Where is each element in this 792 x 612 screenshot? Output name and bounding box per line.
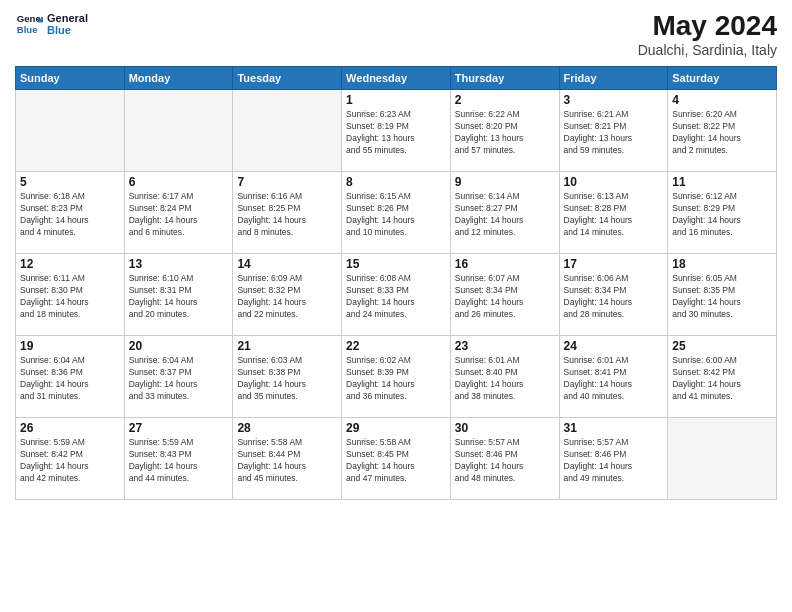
calendar-cell: 5Sunrise: 6:18 AM Sunset: 8:23 PM Daylig… [16,172,125,254]
cell-info: Sunrise: 6:21 AM Sunset: 8:21 PM Dayligh… [564,109,664,157]
calendar-cell: 31Sunrise: 5:57 AM Sunset: 8:46 PM Dayli… [559,418,668,500]
logo-line1: General [47,12,88,24]
cell-info: Sunrise: 5:59 AM Sunset: 8:42 PM Dayligh… [20,437,120,485]
calendar-cell: 21Sunrise: 6:03 AM Sunset: 8:38 PM Dayli… [233,336,342,418]
calendar-cell: 19Sunrise: 6:04 AM Sunset: 8:36 PM Dayli… [16,336,125,418]
cell-info: Sunrise: 6:16 AM Sunset: 8:25 PM Dayligh… [237,191,337,239]
calendar-cell [668,418,777,500]
day-number: 19 [20,339,120,353]
calendar-cell: 29Sunrise: 5:58 AM Sunset: 8:45 PM Dayli… [342,418,451,500]
cell-info: Sunrise: 5:59 AM Sunset: 8:43 PM Dayligh… [129,437,229,485]
calendar-cell: 1Sunrise: 6:23 AM Sunset: 8:19 PM Daylig… [342,90,451,172]
title-area: May 2024 Dualchi, Sardinia, Italy [638,10,777,58]
calendar-header-monday: Monday [124,67,233,90]
day-number: 28 [237,421,337,435]
day-number: 20 [129,339,229,353]
calendar-cell: 25Sunrise: 6:00 AM Sunset: 8:42 PM Dayli… [668,336,777,418]
day-number: 3 [564,93,664,107]
cell-info: Sunrise: 5:57 AM Sunset: 8:46 PM Dayligh… [455,437,555,485]
day-number: 14 [237,257,337,271]
calendar-week-row: 19Sunrise: 6:04 AM Sunset: 8:36 PM Dayli… [16,336,777,418]
calendar-cell: 15Sunrise: 6:08 AM Sunset: 8:33 PM Dayli… [342,254,451,336]
day-number: 5 [20,175,120,189]
calendar-header-thursday: Thursday [450,67,559,90]
cell-info: Sunrise: 6:09 AM Sunset: 8:32 PM Dayligh… [237,273,337,321]
day-number: 6 [129,175,229,189]
day-number: 9 [455,175,555,189]
calendar-week-row: 1Sunrise: 6:23 AM Sunset: 8:19 PM Daylig… [16,90,777,172]
calendar-cell: 18Sunrise: 6:05 AM Sunset: 8:35 PM Dayli… [668,254,777,336]
calendar-cell: 8Sunrise: 6:15 AM Sunset: 8:26 PM Daylig… [342,172,451,254]
cell-info: Sunrise: 6:15 AM Sunset: 8:26 PM Dayligh… [346,191,446,239]
cell-info: Sunrise: 6:04 AM Sunset: 8:36 PM Dayligh… [20,355,120,403]
day-number: 16 [455,257,555,271]
cell-info: Sunrise: 5:58 AM Sunset: 8:44 PM Dayligh… [237,437,337,485]
cell-info: Sunrise: 6:05 AM Sunset: 8:35 PM Dayligh… [672,273,772,321]
month-title: May 2024 [638,10,777,42]
cell-info: Sunrise: 6:02 AM Sunset: 8:39 PM Dayligh… [346,355,446,403]
day-number: 7 [237,175,337,189]
calendar-cell: 28Sunrise: 5:58 AM Sunset: 8:44 PM Dayli… [233,418,342,500]
day-number: 13 [129,257,229,271]
day-number: 24 [564,339,664,353]
day-number: 21 [237,339,337,353]
day-number: 26 [20,421,120,435]
cell-info: Sunrise: 6:00 AM Sunset: 8:42 PM Dayligh… [672,355,772,403]
calendar-header-sunday: Sunday [16,67,125,90]
logo: General Blue General Blue [15,10,88,38]
calendar-cell: 12Sunrise: 6:11 AM Sunset: 8:30 PM Dayli… [16,254,125,336]
cell-info: Sunrise: 6:12 AM Sunset: 8:29 PM Dayligh… [672,191,772,239]
day-number: 25 [672,339,772,353]
svg-text:Blue: Blue [17,24,38,35]
day-number: 1 [346,93,446,107]
cell-info: Sunrise: 6:07 AM Sunset: 8:34 PM Dayligh… [455,273,555,321]
day-number: 12 [20,257,120,271]
cell-info: Sunrise: 6:13 AM Sunset: 8:28 PM Dayligh… [564,191,664,239]
calendar-cell: 26Sunrise: 5:59 AM Sunset: 8:42 PM Dayli… [16,418,125,500]
day-number: 8 [346,175,446,189]
calendar-cell [233,90,342,172]
cell-info: Sunrise: 5:58 AM Sunset: 8:45 PM Dayligh… [346,437,446,485]
page: General Blue General Blue May 2024 Dualc… [0,0,792,612]
cell-info: Sunrise: 6:06 AM Sunset: 8:34 PM Dayligh… [564,273,664,321]
day-number: 17 [564,257,664,271]
day-number: 10 [564,175,664,189]
header: General Blue General Blue May 2024 Dualc… [15,10,777,58]
calendar-cell: 22Sunrise: 6:02 AM Sunset: 8:39 PM Dayli… [342,336,451,418]
cell-info: Sunrise: 6:04 AM Sunset: 8:37 PM Dayligh… [129,355,229,403]
cell-info: Sunrise: 6:22 AM Sunset: 8:20 PM Dayligh… [455,109,555,157]
day-number: 27 [129,421,229,435]
calendar-header-wednesday: Wednesday [342,67,451,90]
calendar-cell: 6Sunrise: 6:17 AM Sunset: 8:24 PM Daylig… [124,172,233,254]
day-number: 23 [455,339,555,353]
calendar-cell [124,90,233,172]
calendar-cell: 2Sunrise: 6:22 AM Sunset: 8:20 PM Daylig… [450,90,559,172]
calendar-cell: 30Sunrise: 5:57 AM Sunset: 8:46 PM Dayli… [450,418,559,500]
calendar-cell: 13Sunrise: 6:10 AM Sunset: 8:31 PM Dayli… [124,254,233,336]
calendar-header-row: SundayMondayTuesdayWednesdayThursdayFrid… [16,67,777,90]
day-number: 31 [564,421,664,435]
cell-info: Sunrise: 5:57 AM Sunset: 8:46 PM Dayligh… [564,437,664,485]
calendar-cell: 23Sunrise: 6:01 AM Sunset: 8:40 PM Dayli… [450,336,559,418]
cell-info: Sunrise: 6:03 AM Sunset: 8:38 PM Dayligh… [237,355,337,403]
calendar-cell: 27Sunrise: 5:59 AM Sunset: 8:43 PM Dayli… [124,418,233,500]
day-number: 18 [672,257,772,271]
day-number: 11 [672,175,772,189]
day-number: 22 [346,339,446,353]
cell-info: Sunrise: 6:17 AM Sunset: 8:24 PM Dayligh… [129,191,229,239]
calendar-header-friday: Friday [559,67,668,90]
cell-info: Sunrise: 6:14 AM Sunset: 8:27 PM Dayligh… [455,191,555,239]
day-number: 4 [672,93,772,107]
cell-info: Sunrise: 6:08 AM Sunset: 8:33 PM Dayligh… [346,273,446,321]
logo-line2: Blue [47,24,88,36]
calendar-cell: 17Sunrise: 6:06 AM Sunset: 8:34 PM Dayli… [559,254,668,336]
day-number: 29 [346,421,446,435]
day-number: 2 [455,93,555,107]
calendar-cell: 10Sunrise: 6:13 AM Sunset: 8:28 PM Dayli… [559,172,668,254]
calendar-week-row: 12Sunrise: 6:11 AM Sunset: 8:30 PM Dayli… [16,254,777,336]
cell-info: Sunrise: 6:11 AM Sunset: 8:30 PM Dayligh… [20,273,120,321]
logo-icon: General Blue [15,10,43,38]
cell-info: Sunrise: 6:20 AM Sunset: 8:22 PM Dayligh… [672,109,772,157]
calendar-cell: 20Sunrise: 6:04 AM Sunset: 8:37 PM Dayli… [124,336,233,418]
day-number: 30 [455,421,555,435]
